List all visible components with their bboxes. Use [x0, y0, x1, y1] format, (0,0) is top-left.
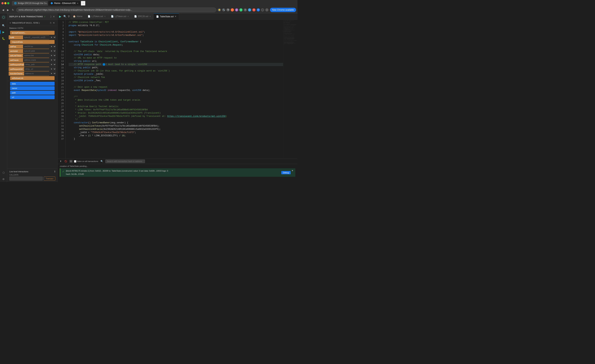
- debug-button[interactable]: Debug: [281, 171, 291, 174]
- profile-icon[interactable]: TB: [226, 8, 230, 12]
- erc20-tab-close[interactable]: ✕: [149, 15, 151, 18]
- new-tab-button[interactable]: +: [81, 1, 85, 6]
- acceptOwners-button[interactable]: acceptOwners...: [10, 31, 55, 35]
- panel-close-button[interactable]: ✕: [52, 15, 55, 18]
- fulfill-dropdown[interactable]: ▼: [49, 35, 56, 39]
- tab-remix[interactable]: 🔷 Remix - Ethereum IDE ✕: [48, 1, 80, 6]
- transaction-count: 0: [69, 160, 73, 163]
- l1token-tab-close[interactable]: ✕: [104, 15, 106, 18]
- debug-activity-icon[interactable]: 🐛: [1, 36, 7, 42]
- tab-home[interactable]: 🏠 Home: [71, 13, 85, 20]
- close-window-button[interactable]: [1, 2, 4, 4]
- remix-logo-icon[interactable]: ⬡: [1, 15, 6, 20]
- tx-expand-button[interactable]: ▼: [291, 169, 294, 172]
- setOracle-dropdown[interactable]: ▼: [49, 58, 56, 62]
- l2token-tab-close[interactable]: ✕: [127, 15, 129, 18]
- listen-checkbox-input[interactable]: [74, 160, 76, 162]
- tx-search-icon[interactable]: 🔍: [100, 160, 104, 163]
- browser-chrome: 🌐 Bridge ERC20 through the Cu... ✕ 🔷 Rem…: [0, 0, 298, 7]
- low-level-info-icon[interactable]: ℹ: [54, 170, 55, 173]
- path-button[interactable]: path: [10, 91, 55, 95]
- setRequestPath-button[interactable]: setRequestPath: [9, 63, 24, 67]
- back-button[interactable]: ◀: [1, 8, 5, 12]
- setOracle-input[interactable]: [23, 58, 49, 62]
- panel-actions: ⟩ ✕: [50, 15, 55, 18]
- extensions-icon[interactable]: 🔧: [222, 8, 225, 12]
- tab-bridge[interactable]: 🌐 Bridge ERC20 through the Cu... ✕: [12, 1, 48, 6]
- tx-from: from: 0x81D...3E009: [90, 170, 108, 172]
- tab-l1token[interactable]: 📄 L1Token.sol ✕: [85, 13, 108, 20]
- tablestate-tab-close[interactable]: ✕: [175, 15, 176, 18]
- more-options-icon[interactable]: ⋮: [265, 8, 269, 12]
- fulfill-button[interactable]: fulfill: [9, 35, 23, 39]
- extension6-icon[interactable]: ❋: [252, 8, 255, 12]
- extension3-icon[interactable]: ✦: [239, 8, 243, 12]
- calldata-input[interactable]: [9, 177, 43, 181]
- tab-l2token[interactable]: 📄 L2Token.sol ✕: [108, 13, 132, 20]
- setJobId-dropdown[interactable]: ▼: [49, 49, 56, 53]
- setRequestUrl-input[interactable]: [24, 67, 49, 71]
- maximize-window-button[interactable]: [7, 2, 9, 4]
- setLinkToken-button[interactable]: setLinkToken: [9, 54, 23, 58]
- deploy-activity-icon[interactable]: ▶: [1, 29, 7, 35]
- minimize-window-button[interactable]: [4, 2, 7, 4]
- bottom-clear-button[interactable]: 🚫: [64, 160, 68, 163]
- tab-favicon: 🌐: [14, 2, 17, 5]
- setJobId-button[interactable]: setJobId: [9, 49, 23, 53]
- setRequestUrl-dropdown[interactable]: ▼: [49, 67, 56, 71]
- transact-button[interactable]: Transact: [44, 177, 55, 181]
- tab-close-button[interactable]: ✕: [77, 2, 78, 4]
- copy-address-button[interactable]: ⎘: [50, 21, 52, 24]
- setLinkToken-input[interactable]: [23, 54, 49, 57]
- setFee-dropdown[interactable]: ▼: [49, 44, 56, 49]
- search-files-button[interactable]: 🔍: [63, 14, 67, 18]
- bottom-expand-button[interactable]: ⬆: [59, 160, 62, 163]
- withdrawLink-button[interactable]: withdrawLink: [10, 76, 55, 80]
- url-button[interactable]: url: [10, 95, 55, 99]
- fulfill-input[interactable]: [23, 35, 49, 39]
- requestData-button[interactable]: requestData: [10, 40, 55, 44]
- transferOwner-dropdown[interactable]: ▼: [49, 71, 56, 76]
- line-num-6: 6: [58, 37, 65, 40]
- setRequestPath-dropdown[interactable]: ▼: [49, 63, 56, 67]
- setFee-button[interactable]: setFee: [9, 45, 23, 49]
- remove-contract-button[interactable]: ✕: [52, 21, 55, 25]
- forward-button[interactable]: ▶: [6, 8, 10, 12]
- setFee-input[interactable]: [23, 45, 49, 49]
- line-num-3: 3: [58, 27, 65, 30]
- bookmark-icon[interactable]: ⭐: [218, 8, 221, 12]
- setLinkToken-dropdown[interactable]: ▼: [49, 54, 56, 58]
- code-content[interactable]: // SPDX-License-Identifier: MIT pragma s…: [66, 20, 283, 159]
- extension1-icon[interactable]: ⬡: [231, 8, 234, 12]
- new-chrome-button[interactable]: New Chrome available: [270, 8, 296, 12]
- listen-checkbox-label[interactable]: listen on all transactions: [74, 160, 98, 162]
- setOracle-button[interactable]: setOracle: [9, 58, 23, 62]
- extension7-icon[interactable]: M: [257, 8, 260, 12]
- extension4-icon[interactable]: ✕: [244, 8, 247, 12]
- refresh-button[interactable]: ↻: [11, 8, 15, 12]
- data-button[interactable]: data: [10, 82, 55, 86]
- transferOwner-button[interactable]: transferOwner...: [9, 72, 24, 76]
- transferOwner-input[interactable]: [24, 72, 49, 75]
- setRequestUrl-button[interactable]: setRequestUrl: [9, 67, 24, 71]
- extension2-icon[interactable]: ◆: [235, 8, 238, 12]
- panel-expand-button[interactable]: ⟩: [50, 15, 52, 18]
- tab-erc20[interactable]: 📄 ERC20.sol ✕: [132, 13, 154, 20]
- line-num-2: 2: [58, 24, 65, 27]
- address-bar[interactable]: remix.ethereum.org/#url=https://docs.cha…: [16, 7, 216, 12]
- owner-button[interactable]: owner: [10, 86, 55, 90]
- setJobId-input[interactable]: [23, 49, 49, 53]
- settings-activity-icon[interactable]: ⚙: [1, 176, 7, 182]
- tab-tablestate[interactable]: 📄 TableState.sol ✕: [154, 13, 179, 20]
- tx-search-input[interactable]: [105, 160, 145, 163]
- setRequestPath-input[interactable]: [24, 63, 49, 66]
- plugin-manager-icon[interactable]: ⬡: [1, 170, 7, 175]
- line-num-27: 27: [58, 105, 65, 108]
- search-2-button[interactable]: ⚲: [67, 14, 71, 18]
- extension8-icon[interactable]: ⬛: [261, 8, 264, 12]
- run-button[interactable]: ▶: [58, 14, 63, 19]
- erc20-tab-label: ERC20.sol: [138, 15, 148, 18]
- search-activity-icon[interactable]: 🔍: [1, 23, 7, 28]
- code-line-14: // HTTP response path t must lead to a s…: [69, 63, 283, 66]
- extension5-icon[interactable]: ●: [248, 8, 251, 12]
